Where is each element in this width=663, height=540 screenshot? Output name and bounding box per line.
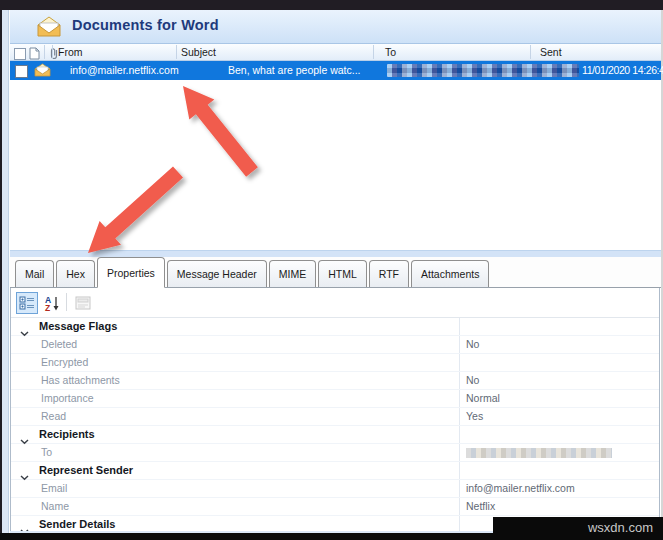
property-value: info@mailer.netflix.com [466,482,575,494]
read-mail-icon [34,63,51,81]
header-separator [44,45,45,59]
window-inner-gutter [2,10,9,533]
svg-text:Z: Z [45,303,50,312]
tab-attachments[interactable]: Attachments [411,260,489,287]
row-sent: 11/01/2020 14:26:43 [582,64,663,76]
property-grid: Message FlagsDeletedNoEncryptedHas attac… [11,318,659,531]
property-value: Yes [466,410,483,422]
property-row[interactable]: ImportanceNormal [11,390,659,408]
category-row[interactable]: Message Flags [11,318,659,336]
properties-pane: A Z Message FlagsDeletedNoEncryptedHas a… [10,288,660,531]
app-window: Documents for Word FromSubjectToSent inf… [0,0,663,540]
property-pages-icon [72,292,94,314]
column-divider[interactable] [373,45,374,59]
property-label: Name [41,500,69,512]
property-value: No [466,374,479,386]
property-row[interactable]: NameNetflix [11,498,659,516]
column-header-subject[interactable]: Subject [181,46,216,58]
pane-splitter[interactable] [10,250,661,257]
tab-rtf[interactable]: RTF [369,260,409,287]
window-top-border [0,0,663,10]
row-from: info@mailer.netflix.com [70,64,179,76]
tab-properties[interactable]: Properties [97,257,165,288]
chevron-down-icon[interactable] [20,521,29,531]
row-subject: Ben, what are people watc... [228,64,361,76]
property-value: Normal [466,392,500,404]
column-header-sent[interactable]: Sent [540,46,562,58]
property-label: Importance [41,392,94,404]
mail-list-column-header: FromSubjectToSent [10,44,661,61]
column-header-to[interactable]: To [385,46,396,58]
column-divider[interactable] [52,45,53,59]
property-label: Read [41,410,66,422]
column-divider[interactable] [530,45,531,59]
property-label: To [41,446,52,458]
categorized-view-icon[interactable] [16,292,38,314]
property-value-redacted [466,448,612,458]
tab-hex[interactable]: Hex [56,260,95,287]
property-value: Netflix [466,500,495,512]
property-label: Email [41,482,67,494]
category-row[interactable]: Recipients [11,426,659,444]
tab-html[interactable]: HTML [318,260,367,287]
property-label: Has attachments [41,374,120,386]
watermark-box: wsxdn.com [493,517,663,540]
arrow-to-message-row [183,86,258,177]
watermark-text: wsxdn.com [588,520,653,535]
property-grid-toolbar: A Z [11,288,659,318]
property-row[interactable]: DeletedNo [11,336,659,354]
toolbar-separator [66,293,67,311]
row-to-redacted [387,64,579,77]
property-row[interactable]: Encrypted [11,354,659,372]
row-checkbox[interactable] [15,64,28,82]
property-row[interactable]: Emailinfo@mailer.netflix.com [11,480,659,498]
category-label: Message Flags [39,320,117,332]
arrow-to-hex-tab [88,166,183,253]
alphabetical-sort-icon[interactable]: A Z [41,292,63,314]
property-row[interactable]: ReadYes [11,408,659,426]
folder-title: Documents for Word [72,17,219,33]
property-value: No [466,338,479,350]
mail-list-row[interactable]: info@mailer.netflix.com Ben, what are pe… [10,61,661,80]
tab-mime[interactable]: MIME [269,260,316,287]
category-label: Sender Details [39,518,115,530]
open-envelope-icon [36,16,62,42]
tab-bar: MailHexPropertiesMessage HeaderMIMEHTMLR… [10,257,661,288]
category-row[interactable]: Represent Sender [11,462,659,480]
column-header-from[interactable]: From [58,46,83,58]
category-label: Represent Sender [39,464,133,476]
tab-message-header[interactable]: Message Header [167,260,267,287]
folder-header: Documents for Word [10,10,661,44]
property-label: Deleted [41,338,77,350]
column-divider[interactable] [176,45,177,59]
category-label: Recipients [39,428,95,440]
property-row[interactable]: Has attachmentsNo [11,372,659,390]
property-row[interactable]: To [11,444,659,462]
tab-mail[interactable]: Mail [15,260,54,287]
property-label: Encrypted [41,356,88,368]
